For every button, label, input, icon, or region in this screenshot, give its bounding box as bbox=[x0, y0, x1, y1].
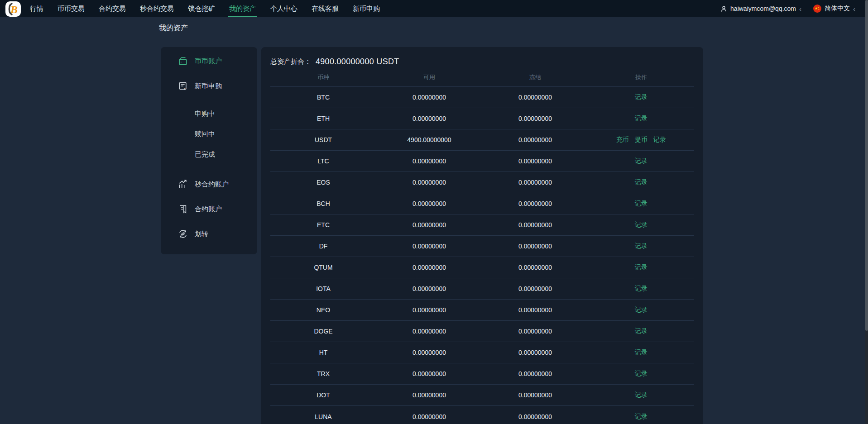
nav-item-spot-trade[interactable]: 币币交易 bbox=[57, 0, 86, 17]
nav-item-market[interactable]: 行情 bbox=[29, 0, 44, 17]
cell-actions: 记录 bbox=[588, 93, 694, 101]
action-records[interactable]: 记录 bbox=[635, 93, 647, 101]
page-content: 我的资产 币币账户¥新币申购申购中赎回中已完成秒合约账户合约账户划转 总资产折合… bbox=[0, 17, 868, 424]
total-assets-line: 总资产折合： 4900.00000000 USDT bbox=[270, 47, 694, 68]
action-records[interactable]: 记录 bbox=[635, 114, 647, 123]
cell-frozen: 0.00000000 bbox=[482, 370, 588, 377]
sidebar-item-contract-account[interactable]: 合约账户 bbox=[161, 199, 257, 219]
nav-item-user-center[interactable]: 个人中心 bbox=[269, 0, 298, 17]
cell-available: 0.00000000 bbox=[376, 200, 482, 207]
user-chevron-icon: ‹ bbox=[799, 5, 801, 12]
nav-item-second-contract-trade[interactable]: 秒合约交易 bbox=[139, 0, 175, 17]
sidebar-item-spot-account[interactable]: 币币账户 bbox=[161, 51, 257, 71]
action-records[interactable]: 记录 bbox=[635, 370, 647, 378]
asset-row-doge: DOGE0.000000000.00000000记录 bbox=[270, 321, 694, 342]
asset-row-neo: NEO0.000000000.00000000记录 bbox=[270, 300, 694, 321]
cell-actions: 记录 bbox=[588, 263, 694, 272]
user-menu[interactable]: haiwaiymcom@qq.com ‹ bbox=[720, 5, 801, 13]
sidebar-subgroup: 申购中赎回中已完成 bbox=[161, 104, 257, 165]
cell-coin: QTUM bbox=[270, 264, 376, 271]
nav-items: 行情币币交易合约交易秒合约交易锁仓挖矿我的资产个人中心在线客服新币申购 bbox=[29, 0, 393, 17]
scrollbar-thumb[interactable] bbox=[865, 0, 868, 331]
asset-row-usdt: USDT4900.000000000.00000000充币提币记录 bbox=[270, 129, 694, 151]
action-records[interactable]: 记录 bbox=[635, 327, 647, 335]
sidebar-item-second-contract-account[interactable]: 秒合约账户 bbox=[161, 174, 257, 195]
cell-coin: LUNA bbox=[270, 413, 376, 420]
site-logo[interactable]: B bbox=[5, 1, 21, 17]
action-records[interactable]: 记录 bbox=[635, 348, 647, 357]
action-records[interactable]: 记录 bbox=[635, 391, 647, 399]
cell-available: 0.00000000 bbox=[376, 221, 482, 229]
china-flag-icon: ★ ★ ★ bbox=[813, 5, 821, 13]
sidebar-item-transfer[interactable]: 划转 bbox=[161, 224, 257, 244]
cell-available: 0.00000000 bbox=[376, 328, 482, 335]
sidebar-item-label: 划转 bbox=[195, 230, 208, 238]
chart-up-icon bbox=[178, 179, 188, 189]
language-label: 简体中文 bbox=[825, 5, 850, 13]
sidebar-item-label: 新币申购 bbox=[195, 82, 222, 91]
top-nav: B 行情币币交易合约交易秒合约交易锁仓挖矿我的资产个人中心在线客服新币申购 ha… bbox=[0, 0, 868, 17]
action-records[interactable]: 记录 bbox=[635, 413, 647, 421]
action-records[interactable]: 记录 bbox=[635, 221, 647, 229]
cell-available: 0.00000000 bbox=[376, 243, 482, 250]
sidebar-subitem-completed[interactable]: 已完成 bbox=[161, 144, 257, 165]
cell-coin: USDT bbox=[270, 136, 376, 143]
action-records[interactable]: 记录 bbox=[635, 285, 647, 293]
transfer-icon bbox=[178, 229, 188, 239]
column-header: 可用 bbox=[376, 73, 482, 81]
language-chevron-icon: ‹ bbox=[853, 5, 855, 12]
action-deposit[interactable]: 充币 bbox=[616, 136, 629, 144]
column-header: 币种 bbox=[270, 73, 376, 81]
nav-item-contract-trade[interactable]: 合约交易 bbox=[98, 0, 127, 17]
sidebar-subitem-redeeming[interactable]: 赎回中 bbox=[161, 124, 257, 144]
sidebar-item-label: 合约账户 bbox=[195, 205, 222, 214]
page-title: 我的资产 bbox=[159, 24, 868, 33]
action-withdraw[interactable]: 提币 bbox=[635, 136, 647, 144]
person-icon bbox=[720, 5, 728, 13]
action-records[interactable]: 记录 bbox=[635, 263, 647, 272]
asset-row-etc: ETC0.000000000.00000000记录 bbox=[270, 214, 694, 236]
wallet-icon bbox=[178, 56, 188, 66]
cell-actions: 充币提币记录 bbox=[588, 136, 694, 144]
cell-coin: ETC bbox=[270, 221, 376, 229]
cell-available: 0.00000000 bbox=[376, 349, 482, 356]
nav-item-my-assets[interactable]: 我的资产 bbox=[228, 0, 257, 17]
asset-row-bch: BCH0.000000000.00000000记录 bbox=[270, 193, 694, 214]
action-records[interactable]: 记录 bbox=[635, 200, 647, 208]
cell-coin: DOGE bbox=[270, 328, 376, 335]
cell-available: 4900.00000000 bbox=[376, 136, 482, 143]
action-records[interactable]: 记录 bbox=[635, 306, 647, 314]
nav-item-online-service[interactable]: 在线客服 bbox=[311, 0, 340, 17]
svg-text:¥: ¥ bbox=[184, 87, 186, 91]
action-records[interactable]: 记录 bbox=[635, 178, 647, 186]
contract-doc-icon bbox=[178, 204, 188, 214]
nav-right: haiwaiymcom@qq.com ‹ ★ ★ ★ 简体中文 ‹ bbox=[720, 5, 855, 13]
action-records[interactable]: 记录 bbox=[635, 242, 647, 250]
sidebar-item-new-coin-subscription[interactable]: ¥新币申购 bbox=[161, 76, 257, 96]
cell-actions: 记录 bbox=[588, 391, 694, 399]
page-scrollbar[interactable] bbox=[865, 0, 868, 424]
cell-actions: 记录 bbox=[588, 348, 694, 357]
nav-item-lock-mining[interactable]: 锁仓挖矿 bbox=[187, 0, 216, 17]
action-records[interactable]: 记录 bbox=[635, 157, 647, 165]
cell-coin: NEO bbox=[270, 306, 376, 314]
asset-row-iota: IOTA0.000000000.00000000记录 bbox=[270, 278, 694, 300]
cell-frozen: 0.00000000 bbox=[482, 413, 588, 420]
svg-text:★: ★ bbox=[818, 8, 820, 10]
cell-actions: 记录 bbox=[588, 157, 694, 165]
nav-item-new-coin-subscribe[interactable]: 新币申购 bbox=[352, 0, 381, 17]
cell-frozen: 0.00000000 bbox=[482, 179, 588, 186]
assets-table-header: 币种可用冻结操作 bbox=[270, 68, 694, 87]
asset-row-luna: LUNA0.000000000.00000000记录 bbox=[270, 406, 694, 424]
sidebar-subitem-subscribing[interactable]: 申购中 bbox=[161, 104, 257, 124]
asset-row-eos: EOS0.000000000.00000000记录 bbox=[270, 172, 694, 193]
action-records[interactable]: 记录 bbox=[653, 136, 666, 144]
cell-actions: 记录 bbox=[588, 413, 694, 421]
asset-row-dot: DOT0.000000000.00000000记录 bbox=[270, 385, 694, 406]
language-menu[interactable]: ★ ★ ★ 简体中文 ‹ bbox=[813, 5, 855, 13]
cell-frozen: 0.00000000 bbox=[482, 157, 588, 165]
cell-coin: DF bbox=[270, 243, 376, 250]
asset-row-ht: HT0.000000000.00000000记录 bbox=[270, 342, 694, 363]
cell-coin: LTC bbox=[270, 157, 376, 165]
cell-coin: ETH bbox=[270, 115, 376, 122]
